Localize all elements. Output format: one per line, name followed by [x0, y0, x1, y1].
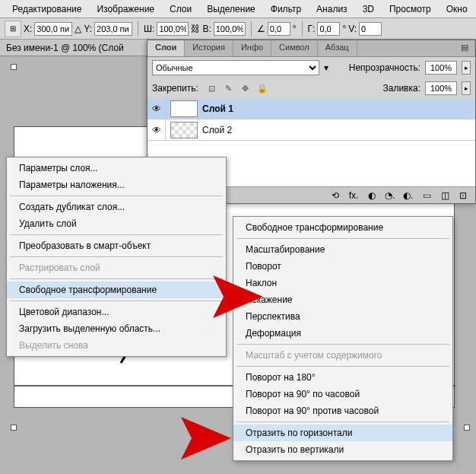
w-label: Ш:	[144, 24, 154, 34]
panel-tab-3[interactable]: Символ	[271, 40, 318, 56]
visibility-icon[interactable]: 👁	[148, 98, 166, 119]
w-input[interactable]	[157, 22, 189, 36]
angle-input[interactable]	[268, 22, 290, 36]
menu-анализ[interactable]: Анализ	[309, 2, 355, 17]
menu-просмотр[interactable]: Просмотр	[382, 2, 439, 17]
footer-icon-0[interactable]: ⟲	[329, 190, 341, 201]
menu-item-0[interactable]: Параметры слоя...	[7, 160, 226, 177]
menu-item-12[interactable]: Цветовой диапазон...	[7, 304, 226, 320]
menu-item-4[interactable]: Удалить слой	[7, 215, 226, 232]
blend-mode-select[interactable]: Обычные	[152, 60, 319, 75]
v-label: V:	[348, 24, 357, 34]
layer-row-1[interactable]: 👁Слой 2	[148, 119, 475, 141]
menu-item-10[interactable]: Свободное трансформирование	[7, 282, 226, 298]
h-label: В:	[202, 24, 211, 34]
fill-label: Заливка:	[382, 83, 420, 94]
layer-name[interactable]: Слой 2	[202, 125, 232, 135]
menu-фильтр[interactable]: Фильтр	[263, 2, 309, 17]
menu-item-7[interactable]: Деформация	[233, 325, 452, 342]
panel-tab-1[interactable]: История	[185, 40, 233, 56]
lock-position-icon[interactable]: ✥	[240, 82, 252, 94]
angle-label: ∠	[257, 24, 265, 34]
red-arrow-1	[213, 275, 263, 318]
opacity-input[interactable]	[425, 61, 457, 75]
lock-paint-icon[interactable]: ✎	[223, 82, 235, 94]
link-icon[interactable]: ⛓	[191, 24, 200, 34]
red-arrow-2	[181, 417, 231, 460]
g-input[interactable]	[317, 22, 340, 36]
menu-item-0[interactable]: Свободное трансформирование	[233, 219, 452, 236]
v-input[interactable]	[359, 22, 382, 36]
layer-thumb[interactable]	[170, 100, 198, 117]
menu-item-15[interactable]: Отразить по горизонтали	[233, 425, 452, 441]
footer-icon-2[interactable]: ◐	[366, 190, 378, 201]
menu-item-5[interactable]: Искажение	[233, 291, 452, 308]
g-label: Г:	[308, 24, 316, 34]
y-input[interactable]	[94, 22, 132, 36]
menu-item-12[interactable]: Поворот на 90° по часовой	[233, 386, 452, 402]
context-menu-2[interactable]: Свободное трансформированиеМасштабирован…	[233, 216, 453, 461]
svg-marker-2	[181, 417, 231, 460]
lock-all-icon[interactable]: 🔒	[256, 82, 268, 94]
lock-transparency-icon[interactable]: ⊡	[206, 82, 218, 94]
menu-слои[interactable]: Слои	[162, 2, 199, 17]
menu-item-16[interactable]: Отразить по вертикали	[233, 441, 452, 458]
menu-item-8: Растрировать слой	[7, 259, 226, 276]
menu-item-11[interactable]: Поворот на 180°	[233, 369, 452, 386]
fill-arrow[interactable]: ▸	[462, 81, 471, 95]
panel-menu-icon[interactable]: ▤	[455, 40, 475, 56]
delta-icon: △	[75, 24, 81, 34]
menu-окно[interactable]: Окно	[439, 2, 475, 17]
panel-tab-2[interactable]: Инфо	[233, 40, 271, 56]
footer-icon-6[interactable]: ◫	[439, 190, 451, 201]
svg-marker-1	[213, 275, 263, 318]
opacity-arrow[interactable]: ▸	[462, 61, 471, 75]
menu-item-3[interactable]: Поворот	[233, 258, 452, 275]
menu-item-2[interactable]: Масштабирование	[233, 241, 452, 258]
main-menubar[interactable]: РедактированиеИзображениеСлоиВыделениеФи…	[0, 0, 476, 18]
footer-icon-7[interactable]: ⊡	[457, 190, 469, 201]
footer-icon-5[interactable]: ▭	[420, 190, 433, 201]
h-input[interactable]	[214, 22, 246, 36]
menu-редактирование[interactable]: Редактирование	[5, 2, 89, 17]
context-menu-1[interactable]: Параметры слоя...Параметры наложения...С…	[6, 157, 227, 357]
layers-list: 👁Слой 1👁Слой 2	[148, 98, 475, 141]
menu-item-6[interactable]: Преобразовать в смарт-объект	[7, 237, 226, 254]
panel-tab-0[interactable]: Слои	[148, 40, 185, 56]
layer-thumb[interactable]	[170, 122, 198, 138]
reference-point-icon[interactable]: ⊞	[5, 21, 21, 37]
visibility-icon[interactable]: 👁	[148, 119, 166, 140]
panel-tab-4[interactable]: Абзац	[318, 40, 357, 56]
opacity-label: Непрозрачность:	[349, 62, 420, 73]
lock-label: Закрепить:	[152, 83, 198, 94]
x-label: X:	[24, 24, 32, 34]
menu-item-13[interactable]: Поворот на 90° против часовой	[233, 402, 452, 419]
menu-item-9: Масштаб с учетом содержимого	[233, 347, 452, 364]
footer-icon-1[interactable]: fx.	[347, 190, 360, 201]
panel-tabs[interactable]: СлоиИсторияИнфоСимволАбзац▤	[148, 40, 475, 57]
layer-name[interactable]: Слой 1	[202, 103, 233, 114]
menu-выделение[interactable]: Выделение	[199, 2, 263, 17]
menu-3d[interactable]: 3D	[355, 2, 382, 17]
menu-item-13[interactable]: Загрузить выделенную область...	[7, 320, 226, 337]
menu-item-1[interactable]: Параметры наложения...	[7, 177, 226, 193]
menu-item-3[interactable]: Создать дубликат слоя...	[7, 199, 226, 215]
fill-input[interactable]	[425, 81, 457, 95]
x-input[interactable]	[34, 22, 72, 36]
options-bar: ⊞ X: △ Y: Ш: ⛓ В: ∠ ° Г: ° V:	[0, 18, 476, 40]
y-label: Y:	[84, 24, 92, 34]
menu-изображение[interactable]: Изображение	[89, 2, 162, 17]
layer-row-0[interactable]: 👁Слой 1	[148, 98, 475, 119]
menu-item-4[interactable]: Наклон	[233, 275, 452, 291]
footer-icon-4[interactable]: ◐.	[402, 190, 414, 201]
footer-icon-3[interactable]: ◔.	[384, 190, 396, 201]
menu-item-6[interactable]: Перспектива	[233, 308, 452, 325]
chevron-down-icon[interactable]: ▾	[324, 62, 328, 73]
menu-item-14: Выделить снова	[7, 337, 226, 354]
